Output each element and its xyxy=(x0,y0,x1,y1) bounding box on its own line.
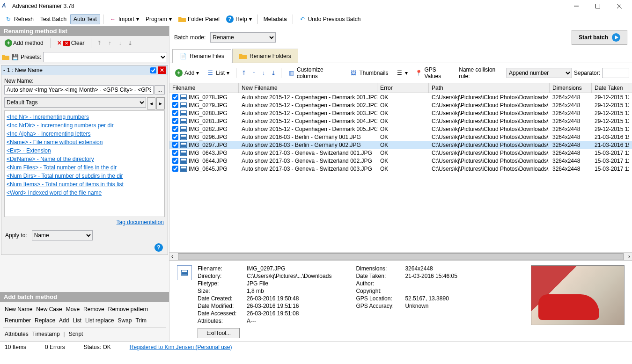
tag-link[interactable]: <DirName> - Name of the directory xyxy=(7,155,162,163)
method-enabled-checkbox[interactable] xyxy=(150,67,156,73)
batch-method-new-name[interactable]: New Name xyxy=(3,305,34,314)
tag-link[interactable]: <Inc Alpha> - Incrementing letters xyxy=(7,130,162,138)
table-row[interactable]: IMG_0282.JPGAuto show 2015-12 - Copenhag… xyxy=(169,125,632,133)
undo-button[interactable]: ↶Undo Previous Batch xyxy=(296,14,364,24)
batch-method-list-replace[interactable]: List replace xyxy=(83,316,116,325)
delete-method-button[interactable]: ✕ xyxy=(158,66,166,74)
batch-method-timestamp[interactable]: Timestamp xyxy=(30,329,62,339)
collapse-icon[interactable]: - xyxy=(3,67,5,73)
save-preset-icon[interactable]: 💾 xyxy=(11,53,19,61)
col-date-taken[interactable]: Date Taken xyxy=(592,83,629,93)
batch-method-trim[interactable]: Trim xyxy=(134,316,149,325)
metadata-button[interactable]: Metadata xyxy=(261,15,290,24)
import-button[interactable]: ←Import▾ xyxy=(106,14,142,24)
batch-mode-select[interactable]: Rename xyxy=(210,32,276,43)
horizontal-scrollbar[interactable]: ‹› xyxy=(169,252,632,260)
col-error[interactable]: Error xyxy=(377,83,429,93)
row-checkbox[interactable] xyxy=(172,110,178,116)
row-checkbox[interactable] xyxy=(172,142,178,148)
col-path[interactable]: Path xyxy=(429,83,550,93)
tag-link[interactable]: <Name> - File name without extension xyxy=(7,138,162,146)
new-name-input[interactable] xyxy=(4,85,154,95)
tag-link[interactable]: <Inc NrDir> - Incrementing numbers per d… xyxy=(7,121,162,130)
tag-documentation-link[interactable]: Tag documentation xyxy=(117,219,164,226)
col-filename[interactable]: Filename xyxy=(169,83,239,93)
apply-to-select[interactable]: Name xyxy=(32,230,93,240)
auto-test-button[interactable]: Auto Test xyxy=(70,14,100,24)
row-checkbox[interactable] xyxy=(172,158,178,164)
minimize-button[interactable] xyxy=(566,0,587,12)
maximize-button[interactable] xyxy=(587,0,609,12)
gps-values-button[interactable]: 📍GPS Values xyxy=(412,65,455,81)
row-checkbox[interactable] xyxy=(172,94,178,100)
method-help-icon[interactable]: ? xyxy=(154,243,163,252)
move-bottom-button[interactable]: ⤓ xyxy=(126,39,134,47)
sort-up-button[interactable]: ↑ xyxy=(250,69,258,77)
tag-link[interactable]: <Ext> - Extension xyxy=(7,146,162,155)
columns-picker-button[interactable]: ☰▾ xyxy=(393,68,411,78)
close-button[interactable] xyxy=(609,0,630,12)
exiftool-button[interactable]: ExifTool... xyxy=(198,328,240,338)
batch-method-renumber[interactable]: Renumber xyxy=(3,316,33,325)
clear-button[interactable]: ✕✕Clear xyxy=(54,38,88,48)
batch-method-remove[interactable]: Remove xyxy=(81,305,106,314)
sort-bottom-button[interactable]: ⤓ xyxy=(269,69,277,77)
list-button[interactable]: ☰List▾ xyxy=(204,68,232,78)
table-row[interactable]: IMG_0280.JPGAuto show 2015-12 - Copenhag… xyxy=(169,109,632,117)
tab-rename-folders[interactable]: Rename Folders xyxy=(232,49,298,63)
batch-method-script[interactable]: Script xyxy=(67,329,85,339)
collision-select[interactable]: Append number xyxy=(507,68,572,78)
batch-method-remove-pattern[interactable]: Remove pattern xyxy=(106,305,150,314)
open-preset-icon[interactable] xyxy=(2,54,9,60)
col-new-filename[interactable]: New Filename xyxy=(239,83,377,93)
test-batch-button[interactable]: Test Batch xyxy=(37,15,69,24)
row-checkbox[interactable] xyxy=(172,166,178,172)
row-checkbox[interactable] xyxy=(172,102,178,108)
row-checkbox[interactable] xyxy=(172,134,178,140)
help-button[interactable]: ?Help▾ xyxy=(223,14,255,24)
registration-link[interactable]: Registered to Kim Jensen (Personal use) xyxy=(130,344,232,350)
tag-prev-button[interactable]: ◂ xyxy=(147,97,155,109)
presets-select[interactable] xyxy=(43,52,167,62)
table-row[interactable]: IMG_0644.JPGAuto show 2017-03 - Geneva -… xyxy=(169,157,632,165)
table-row[interactable]: IMG_0281.JPGAuto show 2015-12 - Copenhag… xyxy=(169,117,632,125)
add-files-button[interactable]: +Add▾ xyxy=(172,68,202,78)
tag-link[interactable]: <Word> Indexed word of the file name xyxy=(7,189,162,197)
row-checkbox[interactable] xyxy=(172,150,178,156)
batch-method-attributes[interactable]: Attributes xyxy=(3,329,30,339)
col-dimensions[interactable]: Dimensions xyxy=(550,83,592,93)
batch-method-list[interactable]: List xyxy=(71,316,83,325)
table-row[interactable]: IMG_0643.JPGAuto show 2017-03 - Geneva -… xyxy=(169,149,632,157)
program-button[interactable]: Program▾ xyxy=(143,15,175,24)
thumbnails-button[interactable]: 🖼Thumbnails xyxy=(347,68,391,78)
tag-next-button[interactable]: ▸ xyxy=(156,97,165,109)
table-row[interactable]: IMG_0278.JPGAuto show 2015-12 - Copenhag… xyxy=(169,93,632,101)
sort-top-button[interactable]: ⤒ xyxy=(240,69,248,77)
sort-down-button[interactable]: ↓ xyxy=(260,69,268,77)
batch-method-move[interactable]: Move xyxy=(64,305,81,314)
table-row[interactable]: IMG_0279.JPGAuto show 2015-12 - Copenhag… xyxy=(169,101,632,109)
row-checkbox[interactable] xyxy=(172,118,178,124)
table-row[interactable]: IMG_0645.JPGAuto show 2017-03 - Geneva -… xyxy=(169,165,632,173)
batch-method-swap[interactable]: Swap xyxy=(116,316,133,325)
refresh-button[interactable]: ↻Refresh xyxy=(2,14,37,24)
move-up-button[interactable]: ↑ xyxy=(105,39,114,47)
tag-link[interactable]: <Num Items> - Total number of items in t… xyxy=(7,180,162,189)
folder-panel-button[interactable]: Folder Panel xyxy=(176,15,222,24)
move-down-button[interactable]: ↓ xyxy=(116,39,124,47)
tag-link[interactable]: <Num Dirs> - Total number of subdirs in … xyxy=(7,172,162,180)
batch-method-replace[interactable]: Replace xyxy=(33,316,57,325)
tab-rename-files[interactable]: 📄Rename Files xyxy=(172,49,231,63)
add-method-button[interactable]: +Add method xyxy=(2,38,46,48)
move-top-button[interactable]: ⤒ xyxy=(95,39,103,47)
batch-method-new-case[interactable]: New Case xyxy=(34,305,64,314)
start-batch-button[interactable]: Start batch xyxy=(572,30,627,45)
customize-columns-button[interactable]: ▥Customize columns xyxy=(285,65,345,81)
table-row[interactable]: IMG_0297.JPGAuto show 2016-03 - Berlin -… xyxy=(169,141,632,149)
row-checkbox[interactable] xyxy=(172,126,178,132)
separator-input[interactable] xyxy=(602,68,629,78)
tag-link[interactable]: <Num Files> - Total number of files in t… xyxy=(7,163,162,172)
batch-method-add[interactable]: Add xyxy=(57,316,71,325)
new-name-browse-button[interactable]: ... xyxy=(154,85,165,95)
tag-link[interactable]: <Inc Nr> - Incrementing numbers xyxy=(7,113,162,121)
